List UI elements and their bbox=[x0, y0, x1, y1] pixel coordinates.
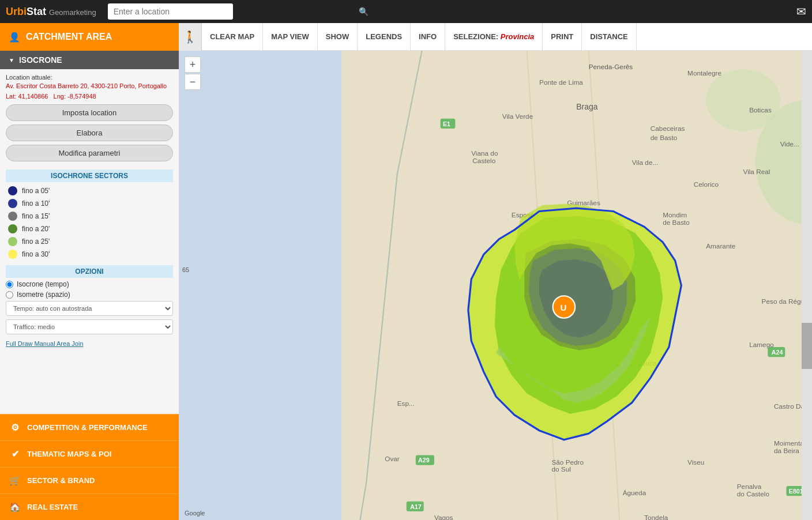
svg-text:Montalegre: Montalegre bbox=[687, 69, 721, 77]
lat-value: 41,140866 bbox=[18, 93, 48, 100]
svg-text:Cabeceiras: Cabeceiras bbox=[651, 125, 685, 132]
svg-text:A29: A29 bbox=[418, 457, 430, 464]
svg-text:Ovar: Ovar bbox=[385, 455, 400, 462]
isocrone-header[interactable]: ▼ ISOCRONE bbox=[0, 51, 179, 69]
svg-text:da Beira: da Beira bbox=[774, 447, 799, 454]
isochrone-item: fino a 30' bbox=[6, 248, 173, 261]
svg-text:A24: A24 bbox=[772, 349, 783, 356]
imposta-location-button[interactable]: Imposta location bbox=[6, 104, 173, 121]
google-watermark: Google bbox=[185, 510, 205, 517]
map-background: Braga Cabeceiras de Basto Ponte de Lima … bbox=[179, 51, 812, 520]
isochrone-list: fino a 05'fino a 10'fino a 15'fino a 20'… bbox=[6, 184, 173, 261]
svg-text:São Pedro: São Pedro bbox=[551, 458, 584, 466]
svg-text:Celorico: Celorico bbox=[694, 180, 719, 188]
elabora-button[interactable]: Elabora bbox=[6, 125, 173, 141]
print-button[interactable]: PRINT bbox=[543, 23, 582, 50]
svg-text:Penalva: Penalva bbox=[737, 483, 762, 490]
svg-text:Esp...: Esp... bbox=[397, 400, 415, 407]
svg-text:do Castelo: do Castelo bbox=[737, 490, 770, 498]
options-title: OPZIONI bbox=[6, 265, 173, 278]
lat-label: Lat: bbox=[6, 93, 16, 100]
manual-area-link[interactable]: Full Draw Manual Area Join bbox=[6, 340, 84, 347]
isochrone-item: fino a 15' bbox=[6, 210, 173, 223]
radio-isocrone-input[interactable] bbox=[6, 281, 13, 288]
iso-dot bbox=[8, 237, 17, 246]
scroll-thumb bbox=[802, 323, 812, 369]
iso-label: fino a 20' bbox=[22, 225, 50, 233]
zoom-in-button[interactable]: + bbox=[185, 56, 201, 73]
logo-geo: Geomarketing bbox=[49, 8, 96, 17]
toolbar: 🚶 CLEAR MAP MAP VIEW SHOW LEGENDS INFO S… bbox=[179, 23, 812, 51]
nav-sector[interactable]: 🛒 SECTOR & BRAND bbox=[0, 467, 179, 493]
svg-text:Vila Verde: Vila Verde bbox=[502, 112, 533, 120]
modifica-parametri-button[interactable]: Modifica parametri bbox=[6, 145, 173, 161]
map-view-button[interactable]: MAP VIEW bbox=[263, 23, 318, 50]
isochrone-item: fino a 10' bbox=[6, 197, 173, 210]
show-button[interactable]: SHOW bbox=[318, 23, 358, 50]
iso-dot bbox=[8, 199, 17, 208]
person-icon-button[interactable]: 🚶 bbox=[179, 23, 202, 51]
logo: UrbiStat Geomarketing bbox=[6, 6, 96, 18]
selezione-value: Provincia bbox=[501, 32, 535, 41]
bottom-nav: ⚙ COMPETITION & PERFORMANCE ✔ THEMATIC M… bbox=[0, 414, 179, 520]
map-area: 🚶 CLEAR MAP MAP VIEW SHOW LEGENDS INFO S… bbox=[179, 23, 812, 520]
svg-text:Peneda-Gerês: Peneda-Gerês bbox=[589, 63, 633, 70]
iso-label: fino a 10' bbox=[22, 199, 50, 208]
nav-thematic[interactable]: ✔ THEMATIC MAPS & POI bbox=[0, 440, 179, 467]
realestate-label: REAL ESTATE bbox=[27, 503, 78, 511]
iso-label: fino a 05' bbox=[22, 187, 50, 195]
svg-text:Tondela: Tondela bbox=[644, 514, 668, 520]
competition-icon: ⚙ bbox=[9, 421, 21, 434]
isocrone-arrow: ▼ bbox=[9, 57, 14, 63]
svg-text:U: U bbox=[560, 303, 566, 312]
iso-label: fino a 15' bbox=[22, 212, 50, 220]
radio-isocrone[interactable]: Isocrone (tempo) bbox=[6, 280, 173, 288]
tempo-select[interactable]: Tempo: auto con autostrada bbox=[6, 301, 173, 316]
nav-realestate[interactable]: 🏠 REAL ESTATE bbox=[0, 493, 179, 520]
selezione-button[interactable]: SELEZIONE: Provincia bbox=[445, 23, 543, 50]
search-input[interactable] bbox=[108, 3, 233, 20]
search-icon: 🔍 bbox=[359, 7, 369, 16]
isochrone-item: fino a 25' bbox=[6, 235, 173, 248]
iso-dot bbox=[8, 186, 17, 195]
iso-label: fino a 30' bbox=[22, 250, 50, 258]
iso-dot bbox=[8, 224, 17, 233]
isochrone-item: fino a 05' bbox=[6, 184, 173, 197]
header: UrbiStat Geomarketing 🔍 ✉ bbox=[0, 0, 812, 23]
svg-text:Amarante: Amarante bbox=[706, 242, 735, 250]
distance-button[interactable]: DISTANCE bbox=[582, 23, 636, 50]
info-button[interactable]: INFO bbox=[411, 23, 445, 50]
catchment-icon: 👤 bbox=[9, 32, 20, 43]
catchment-label: CATCHMENT AREA bbox=[26, 32, 112, 42]
map-label-65: 65 bbox=[182, 266, 189, 273]
svg-text:Mondim: Mondim bbox=[663, 211, 687, 218]
clear-map-button[interactable]: CLEAR MAP bbox=[202, 23, 263, 50]
svg-text:Vila Real: Vila Real bbox=[743, 168, 770, 175]
svg-text:A17: A17 bbox=[410, 503, 422, 510]
sector-icon: 🛒 bbox=[9, 474, 21, 487]
radio-isometre-input[interactable] bbox=[6, 291, 13, 299]
nav-competition[interactable]: ⚙ COMPETITION & PERFORMANCE bbox=[0, 414, 179, 440]
radio-isocrone-label: Isocrone (tempo) bbox=[17, 280, 69, 288]
svg-text:E1: E1 bbox=[443, 120, 450, 127]
lng-label: Lng: bbox=[54, 93, 66, 100]
svg-text:Moimenta: Moimenta bbox=[774, 439, 804, 447]
isocrone-label: ISOCRONE bbox=[19, 55, 62, 65]
scroll-indicator[interactable] bbox=[802, 51, 812, 520]
svg-text:Braga: Braga bbox=[576, 102, 597, 111]
svg-text:Vagos: Vagos bbox=[434, 514, 453, 520]
zoom-out-button[interactable]: − bbox=[185, 74, 201, 90]
selezione-label: SELEZIONE: bbox=[453, 32, 498, 41]
mail-icon[interactable]: ✉ bbox=[796, 5, 806, 18]
svg-text:Águeda: Águeda bbox=[623, 489, 646, 496]
location-coords: Lat: 41,140866 Lng: -8,574948 bbox=[6, 93, 173, 100]
map-container[interactable]: Braga Cabeceiras de Basto Ponte de Lima … bbox=[179, 51, 812, 520]
catchment-header[interactable]: 👤 CATCHMENT AREA bbox=[0, 23, 179, 51]
isochrone-item: fino a 20' bbox=[6, 223, 173, 235]
legends-button[interactable]: LEGENDS bbox=[358, 23, 411, 50]
radio-isometre[interactable]: Isometre (spazio) bbox=[6, 291, 173, 299]
traffico-select[interactable]: Traffico: medio bbox=[6, 319, 173, 334]
lng-value: -8,574948 bbox=[67, 93, 96, 100]
svg-text:Viseu: Viseu bbox=[687, 458, 704, 466]
svg-text:Castelo: Castelo bbox=[472, 157, 495, 164]
